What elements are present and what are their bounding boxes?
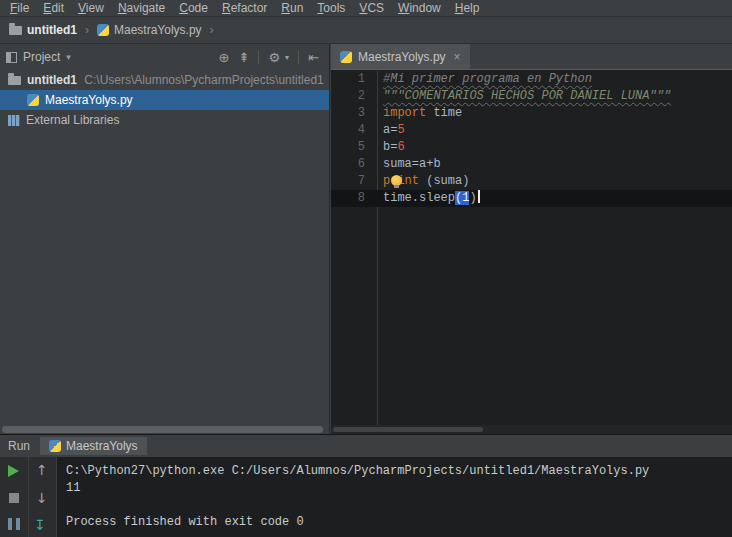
line-number: 2 (331, 88, 365, 105)
code-text: time.sleep(1) (365, 190, 480, 207)
run-process-label: MaestraYolys (66, 439, 138, 453)
scrollbar-thumb[interactable] (2, 426, 323, 433)
console-line (66, 497, 732, 514)
editor-tab-label: MaestraYolys.py (358, 50, 446, 64)
project-toolbar: ⊕ ⇞ ⚙ ▾ ⇤ (219, 50, 323, 64)
tree-row-external-libraries[interactable]: External Libraries (0, 110, 329, 130)
project-horizontal-scrollbar[interactable] (0, 425, 329, 434)
menu-run[interactable]: Run (274, 1, 310, 15)
up-arrow-icon[interactable]: ↑ (36, 462, 48, 478)
project-view-selector[interactable]: Project ▾ (6, 50, 219, 64)
menu-file[interactable]: File (3, 1, 36, 15)
menu-vcs[interactable]: VCS (352, 1, 391, 15)
pause-icon[interactable] (8, 518, 20, 530)
folder-icon (9, 26, 22, 35)
menu-window[interactable]: Window (391, 1, 448, 15)
token-plain: time (426, 106, 462, 120)
line-number: 4 (331, 122, 365, 139)
run-panel: Run MaestraYolys ↑ ↓ ↧ C:\Python27\pytho… (0, 434, 732, 537)
menu-code[interactable]: Code (172, 1, 215, 15)
token-number: 5 (397, 123, 404, 137)
run-process-tab[interactable]: MaestraYolys (40, 437, 147, 455)
folder-icon (8, 76, 21, 85)
code-line[interactable]: 1#Mi primer programa en Python (331, 71, 732, 88)
tree-row-file[interactable]: MaestraYolys.py (0, 90, 329, 110)
python-file-icon (27, 94, 39, 106)
scroll-to-end-icon[interactable]: ↧ (34, 517, 46, 533)
chevron-down-icon: ▾ (285, 53, 289, 62)
menu-refactor[interactable]: Refactor (215, 1, 274, 15)
toolbar-divider (28, 457, 29, 537)
code-editor[interactable]: 1#Mi primer programa en Python2"""COMENT… (331, 71, 732, 425)
menu-edit[interactable]: Edit (36, 1, 71, 15)
code-line[interactable]: 6suma=a+b (331, 156, 732, 173)
line-number: 3 (331, 105, 365, 122)
breadcrumb-separator: › (204, 23, 220, 37)
editor-tab-active[interactable]: MaestraYolys.py × (331, 44, 470, 69)
code-text: import time (365, 105, 462, 122)
breadcrumb-project-label: untitled1 (27, 23, 77, 37)
console-line: Process finished with exit code 0 (66, 514, 732, 531)
token-plain: suma=a+b (383, 157, 441, 171)
close-icon[interactable]: × (454, 50, 461, 64)
tree-row-project-root[interactable]: untitled1 C:\Users\Alumnos\PycharmProjec… (0, 70, 329, 90)
menu-navigate[interactable]: Navigate (111, 1, 172, 15)
project-root-name: untitled1 (27, 73, 77, 87)
workspace: Project ▾ ⊕ ⇞ ⚙ ▾ ⇤ untitled1 C:\Users\A… (0, 44, 732, 434)
python-file-icon (49, 440, 61, 452)
down-arrow-icon[interactable]: ↓ (36, 490, 48, 506)
editor-horizontal-scrollbar[interactable] (331, 425, 732, 434)
collapse-all-icon[interactable]: ⇞ (239, 51, 250, 64)
token-plain: time.sleep (383, 191, 455, 205)
stop-icon[interactable] (9, 493, 19, 503)
code-line[interactable]: 5b=6 (331, 139, 732, 156)
toolbar-divider (258, 50, 259, 64)
project-panel-title: Project (23, 50, 60, 64)
line-number: 7 (331, 173, 365, 190)
external-libraries-label: External Libraries (26, 113, 119, 127)
code-line[interactable]: 4a=5 (331, 122, 732, 139)
code-text: #Mi primer programa en Python (365, 71, 592, 88)
run-panel-body: ↑ ↓ ↧ C:\Python27\python.exe C:/Users/Al… (0, 457, 732, 537)
code-text: suma=a+b (365, 156, 441, 173)
project-root-path: C:\Users\Alumnos\PycharmProjects\untitle… (84, 73, 323, 87)
project-panel-header: Project ▾ ⊕ ⇞ ⚙ ▾ ⇤ (0, 44, 329, 70)
menu-tools[interactable]: Tools (310, 1, 352, 15)
menu-bar: FileEditViewNavigateCodeRefactorRunTools… (0, 0, 732, 17)
code-lines: 1#Mi primer programa en Python2"""COMENT… (331, 71, 732, 207)
gear-icon[interactable]: ⚙ (268, 51, 280, 64)
token-docstring: """COMENTARIOS HECHOS POR DANIEL LUNA""" (383, 89, 671, 103)
code-text: """COMENTARIOS HECHOS POR DANIEL LUNA""" (365, 88, 671, 105)
code-line[interactable]: 7print (suma) (331, 173, 732, 190)
breadcrumb-project[interactable]: untitled1 (7, 23, 79, 37)
project-tree: untitled1 C:\Users\Alumnos\PycharmProjec… (0, 70, 329, 130)
code-line[interactable]: 8time.sleep(1) (331, 190, 732, 207)
line-number: 6 (331, 156, 365, 173)
token-number: 6 (397, 140, 404, 154)
run-console[interactable]: C:\Python27\python.exe C:/Users/Alumnos/… (58, 457, 732, 537)
token-comment: #Mi primer programa en Python (383, 72, 592, 86)
line-number: 5 (331, 139, 365, 156)
token-plain: ) (469, 191, 476, 205)
run-panel-header: Run MaestraYolys (0, 435, 732, 457)
code-line[interactable]: 3import time (331, 105, 732, 122)
scrollbar-thumb[interactable] (333, 427, 483, 432)
menu-help[interactable]: Help (448, 1, 487, 15)
text-cursor (478, 190, 480, 203)
hide-panel-icon[interactable]: ⇤ (308, 51, 319, 64)
python-file-icon (97, 24, 109, 36)
project-panel: Project ▾ ⊕ ⇞ ⚙ ▾ ⇤ untitled1 C:\Users\A… (0, 44, 330, 434)
menu-view[interactable]: View (71, 1, 111, 15)
token-plain: a= (383, 123, 397, 137)
breadcrumb: untitled1 › MaestraYolys.py › (0, 17, 732, 44)
intention-bulb-icon[interactable] (391, 175, 402, 186)
code-line[interactable]: 2"""COMENTARIOS HECHOS POR DANIEL LUNA""… (331, 88, 732, 105)
line-number: 8 (331, 190, 365, 207)
console-line: C:\Python27\python.exe C:/Users/Alumnos/… (66, 463, 732, 480)
code-text: print (suma) (365, 173, 469, 190)
breadcrumb-file[interactable]: MaestraYolys.py (95, 23, 204, 37)
line-number: 1 (331, 71, 365, 88)
code-text: b=6 (365, 139, 405, 156)
rerun-icon[interactable] (8, 465, 19, 477)
locate-file-icon[interactable]: ⊕ (219, 51, 230, 64)
